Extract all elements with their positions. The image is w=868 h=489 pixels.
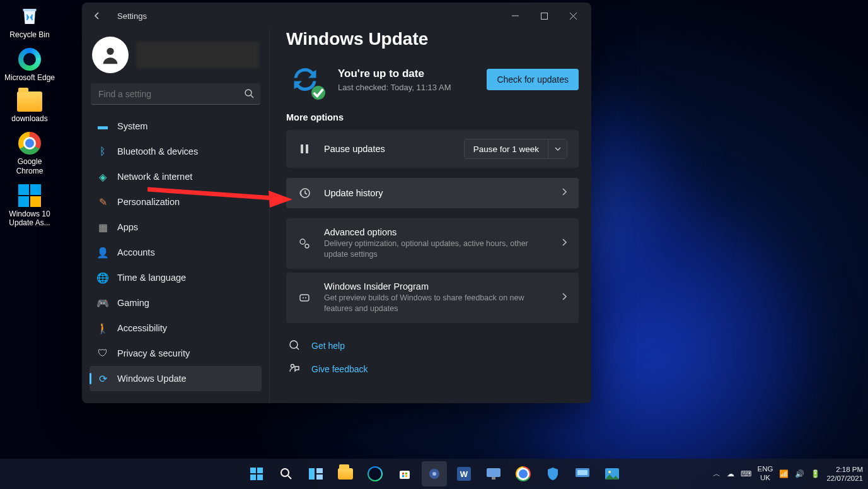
start-button[interactable]: [244, 461, 269, 486]
shield-icon: [547, 467, 559, 481]
chevron-right-icon: [561, 187, 567, 199]
globe-icon: 🌐: [97, 272, 108, 284]
word-icon: W: [457, 467, 471, 481]
taskbar-security[interactable]: [540, 461, 565, 486]
wifi-icon: ◈: [97, 171, 108, 183]
chevron-up-icon[interactable]: ︿: [713, 469, 720, 480]
main-content: Windows Update You're up to date Last ch…: [270, 29, 591, 403]
desktop-icon-recycle-bin[interactable]: Recycle Bin: [3, 5, 57, 39]
taskbar-explorer[interactable]: [333, 461, 358, 486]
apps-icon: ▦: [97, 221, 108, 233]
svg-rect-28: [487, 468, 501, 477]
feedback-icon: [289, 363, 301, 376]
onedrive-icon[interactable]: ☁: [727, 469, 734, 478]
taskbar-taskview[interactable]: [303, 461, 328, 486]
taskbar-chrome[interactable]: [511, 461, 536, 486]
svg-text:W: W: [460, 469, 468, 479]
nav-bluetooth[interactable]: ᛒBluetooth & devices: [90, 139, 262, 164]
nav-privacy[interactable]: 🛡Privacy & security: [90, 341, 262, 366]
update-status-icon: [286, 61, 324, 98]
battery-tray-icon[interactable]: 🔋: [811, 469, 820, 478]
close-button[interactable]: [558, 5, 587, 27]
svg-rect-3: [301, 144, 303, 153]
keyboard-icon[interactable]: ⌨: [741, 469, 751, 478]
nav-network[interactable]: ◈Network & internet: [90, 164, 262, 189]
wifi-tray-icon[interactable]: 📶: [779, 469, 789, 478]
taskbar-word[interactable]: W: [451, 461, 477, 486]
taskbar-search[interactable]: [274, 461, 299, 486]
nav-apps[interactable]: ▦Apps: [90, 215, 262, 240]
svg-point-6: [300, 239, 305, 244]
titlebar: Settings: [82, 3, 591, 29]
desktop-icon-chrome[interactable]: Google Chrome: [3, 132, 57, 175]
clock[interactable]: 2:18 PM22/07/2021: [826, 465, 863, 483]
taskbar-store[interactable]: [392, 461, 417, 486]
nav-personalization[interactable]: ✎Personalization: [90, 189, 262, 215]
minimize-button[interactable]: [501, 5, 529, 27]
status-subtitle: Last checked: Today, 11:13 AM: [338, 83, 451, 92]
gear-icon: [427, 467, 441, 481]
chevron-down-icon[interactable]: [548, 139, 567, 158]
svg-point-12: [291, 364, 294, 367]
desktop-icon-update-assistant[interactable]: Windows 10 Update As...: [3, 184, 57, 228]
svg-point-9: [303, 297, 304, 298]
check-updates-button[interactable]: Check for updates: [487, 69, 579, 90]
folder-icon: [17, 91, 42, 112]
person-icon: 👤: [97, 247, 108, 259]
gamepad-icon: 🎮: [97, 297, 108, 309]
chrome-icon: [18, 132, 41, 155]
maximize-button[interactable]: [529, 5, 558, 27]
chevron-right-icon: [561, 292, 567, 303]
taskbar-settings[interactable]: [422, 461, 447, 486]
language-indicator[interactable]: ENGUK: [758, 465, 773, 483]
desktop-icons-column: Recycle Bin Microsoft Edge downloads Goo…: [3, 5, 57, 228]
taskview-icon: [309, 468, 323, 480]
profile-block[interactable]: [90, 32, 262, 81]
insider-program-card[interactable]: Windows Insider ProgramGet preview build…: [286, 273, 579, 323]
system-tray[interactable]: ︿ ☁ ⌨: [713, 469, 751, 480]
svg-rect-20: [402, 473, 404, 474]
svg-rect-8: [300, 295, 309, 301]
svg-point-25: [432, 472, 436, 476]
nav-time-language[interactable]: 🌐Time & language: [90, 265, 262, 290]
profile-info-redacted: [136, 42, 259, 68]
taskbar-photos[interactable]: [599, 461, 625, 486]
chevron-right-icon: [561, 238, 567, 249]
desktop-icon-edge[interactable]: Microsoft Edge: [3, 48, 57, 82]
chrome-icon: [516, 466, 531, 481]
display-icon: [576, 468, 589, 480]
update-history-card[interactable]: Update history: [286, 178, 579, 208]
svg-rect-16: [309, 468, 315, 480]
more-options-label: More options: [286, 112, 579, 122]
svg-point-15: [281, 469, 289, 476]
taskbar-app2[interactable]: [570, 461, 595, 486]
pause-duration-select[interactable]: Pause for 1 week: [464, 139, 567, 159]
accessibility-icon: 🚶: [97, 322, 108, 334]
taskbar-app1[interactable]: [481, 461, 506, 486]
bluetooth-icon: ᛒ: [97, 146, 108, 157]
folder-icon: [338, 468, 353, 480]
nav-system[interactable]: ▬System: [90, 114, 262, 139]
desktop-icon-downloads[interactable]: downloads: [3, 91, 57, 123]
volume-tray-icon[interactable]: 🔊: [795, 469, 804, 478]
windows-tile-icon: [18, 184, 41, 207]
taskbar-right: ︿ ☁ ⌨ ENGUK 📶 🔊 🔋 2:18 PM22/07/2021: [713, 465, 863, 483]
nav-accessibility[interactable]: 🚶Accessibility: [90, 315, 262, 341]
page-title: Windows Update: [286, 29, 579, 49]
update-status-row: You're up to date Last checked: Today, 1…: [286, 61, 579, 98]
maximize-icon: [541, 13, 548, 20]
taskbar-edge[interactable]: [362, 461, 388, 486]
nav-accounts[interactable]: 👤Accounts: [90, 240, 262, 265]
back-button[interactable]: [88, 7, 106, 25]
nav-windows-update[interactable]: ⟳Windows Update: [90, 366, 262, 391]
give-feedback-link[interactable]: Give feedback: [311, 364, 368, 374]
svg-rect-21: [405, 473, 407, 474]
nav-gaming[interactable]: 🎮Gaming: [90, 290, 262, 315]
search-input[interactable]: [91, 83, 260, 105]
gears-icon: [298, 237, 311, 250]
get-help-link[interactable]: Get help: [311, 341, 345, 351]
sync-icon: ⟳: [97, 373, 108, 385]
photos-icon: [605, 468, 619, 480]
svg-point-1: [107, 48, 113, 55]
advanced-options-card[interactable]: Advanced optionsDelivery optimization, o…: [286, 218, 579, 269]
